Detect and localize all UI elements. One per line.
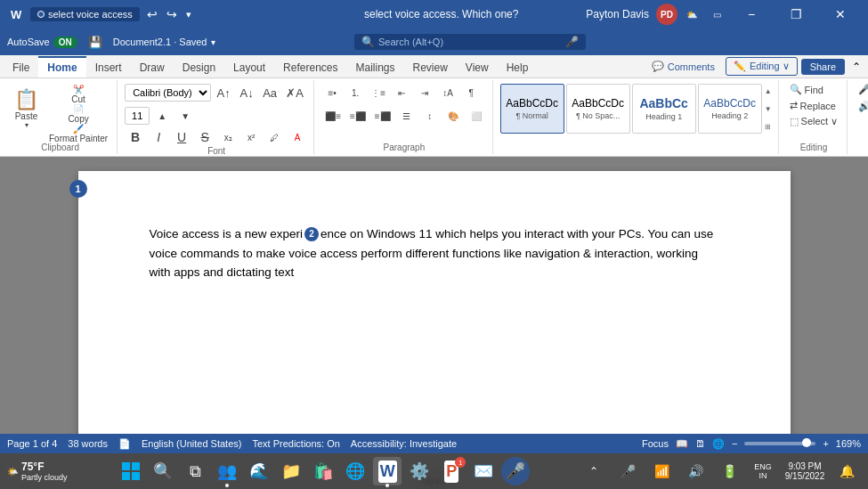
language-tray[interactable]: ENG IN [749,457,777,485]
paste-chevron[interactable]: ▾ [25,121,28,129]
clock-tray[interactable]: 9:03 PM 9/15/2022 [783,457,827,485]
file-explorer-button[interactable]: 📁 [277,457,305,485]
minimize-button[interactable]: − [731,0,772,29]
show-paragraph-button[interactable]: ¶ [460,82,482,103]
read-aloud-button[interactable]: 🔊 Read Aloud [855,99,868,114]
select-button[interactable]: ⬚ Select ∨ [786,114,842,129]
font-size-down[interactable]: ▼ [174,105,196,126]
zoom-level[interactable]: 169% [836,438,861,449]
superscript-button[interactable]: x² [240,128,262,146]
notification-tray[interactable]: 🔔 [832,457,861,485]
store-button[interactable]: 🛍️ [309,457,337,485]
style-normal[interactable]: AaBbCcDc ¶ Normal [500,84,564,134]
autosave-toggle[interactable]: ON [53,37,77,48]
find-button[interactable]: 🔍 Find [786,82,842,97]
replace-button[interactable]: ⇄ Replace [786,98,842,113]
tab-layout[interactable]: Layout [224,56,274,77]
text-predictions[interactable]: Text Predictions: On [252,438,339,449]
align-right-button[interactable]: ≡⬛ [371,105,394,126]
document-area[interactable]: 1 Voice access is a new experi2ence on W… [0,157,868,434]
sort-button[interactable]: ↕A [437,82,458,103]
start-button[interactable] [117,457,145,485]
read-mode-icon[interactable]: 📖 [676,438,688,450]
volume-tray[interactable]: 🔊 [681,457,710,485]
styles-scroll-down[interactable]: ▼ [764,104,773,114]
taskbar-search-button[interactable]: 🔍 [149,457,177,485]
tab-design[interactable]: Design [174,56,224,77]
styles-expand[interactable]: ⊞ [764,122,773,132]
paste-button[interactable]: 📋 Paste ▾ [9,82,44,135]
accessibility-check[interactable]: Accessibility: Investigate [351,438,457,449]
tab-references[interactable]: References [274,56,346,77]
dictate-button[interactable]: 🎤 Dictate [855,82,868,97]
save-icon[interactable]: 💾 [88,36,102,49]
borders-button[interactable]: ⬜ [466,105,487,126]
zoom-in-button[interactable]: + [823,438,828,449]
teams-button[interactable]: 👥 [213,457,241,485]
focus-button[interactable]: Focus [642,438,669,449]
change-case-button[interactable]: Aa [259,82,280,103]
style-h2[interactable]: AaBbCcDc Heading 2 [698,84,762,134]
bold-button[interactable]: B [125,128,146,146]
tab-draw[interactable]: Draw [131,56,174,77]
tab-home[interactable]: Home [38,56,85,77]
copy-button[interactable]: 📄 Copy [45,105,111,123]
zoom-slider[interactable] [744,442,815,445]
underline-button[interactable]: U [171,128,192,146]
shading-button[interactable]: 🎨 [442,105,464,126]
justify-button[interactable]: ☰ [396,105,418,126]
increase-indent-button[interactable]: ⇥ [414,82,435,103]
tab-view[interactable]: View [457,56,498,77]
voice-taskbar-button[interactable]: 🎤 [501,457,530,485]
text-highlight-button[interactable]: 🖊 [264,128,285,146]
font-size-input[interactable] [125,107,150,125]
font-shrink-button[interactable]: A↓ [236,82,257,103]
restore-button[interactable]: ❐ [775,0,816,29]
font-size-up[interactable]: ▲ [151,105,173,126]
microphone-icon[interactable]: 🎤 [565,36,579,48]
align-center-button[interactable]: ≡⬛ [346,105,369,126]
user-avatar[interactable]: PD [656,4,677,25]
language-indicator[interactable]: English (United States) [142,438,242,449]
tab-help[interactable]: Help [498,56,538,77]
close-button[interactable]: ✕ [820,0,861,29]
style-h1[interactable]: AaBbCc Heading 1 [632,84,696,134]
task-view-button[interactable]: ⧉ [181,457,209,485]
italic-button[interactable]: I [148,128,169,146]
ribbon-collapse-button[interactable]: ⌃ [848,59,864,75]
ribbon-display-button[interactable]: ▭ [706,4,727,25]
zoom-out-button[interactable]: − [732,438,737,449]
print-layout-icon[interactable]: 🖺 [695,438,705,449]
strikethrough-button[interactable]: S [194,128,215,146]
chevron-up-tray[interactable]: ⌃ [580,457,608,485]
powerpoint-button[interactable]: P 1 [437,457,466,485]
share-button[interactable]: Share [801,59,845,75]
network-tray[interactable]: 📶 [647,457,676,485]
clear-format-button[interactable]: ✗A [282,82,307,103]
format-painter-button[interactable]: 🖌️ Format Painter [45,125,111,143]
microphone-tray[interactable]: 🎤 [613,457,642,485]
edge2-button[interactable]: 🌐 [341,457,369,485]
subscript-button[interactable]: x₂ [217,128,239,146]
font-family-select[interactable]: Calibri (Body) [125,84,211,102]
document-paragraph[interactable]: Voice access is a new experi2ence on Win… [150,224,719,282]
comments-button[interactable]: 💬 Comments [645,58,722,75]
editing-mode-button[interactable]: ✏️ Editing ∨ [726,57,798,76]
tab-file[interactable]: File [4,56,38,77]
font-color-button[interactable]: A [287,128,308,146]
cut-button[interactable]: ✂️ Cut [45,86,111,103]
web-layout-icon[interactable]: 🌐 [712,438,725,450]
tab-review[interactable]: Review [404,56,457,77]
settings-taskbar-button[interactable]: ⚙️ [405,457,434,485]
mail-button[interactable]: ✉️ [469,457,498,485]
line-spacing-button[interactable]: ↕ [419,105,441,126]
cloud-icon[interactable]: ⛅ [681,4,702,25]
align-left-button[interactable]: ⬛≡ [321,105,345,126]
undo-button[interactable]: ↩ [147,7,158,21]
font-grow-button[interactable]: A↑ [213,82,234,103]
decrease-indent-button[interactable]: ⇤ [391,82,412,103]
tab-mailings[interactable]: Mailings [346,56,403,77]
battery-tray[interactable]: 🔋 [715,457,743,485]
quick-access-more[interactable]: ▾ [186,9,191,20]
word-button[interactable]: W [373,457,402,485]
